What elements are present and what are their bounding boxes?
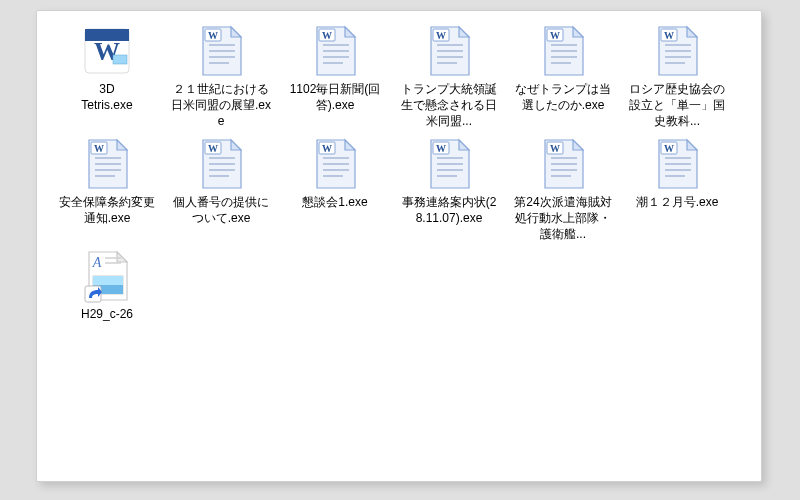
file-item[interactable]: W ２１世紀における日米同盟の展望.exe bbox=[169, 23, 273, 130]
svg-text:W: W bbox=[208, 143, 218, 154]
file-label: 個人番号の提供について.exe bbox=[171, 194, 271, 226]
svg-text:W: W bbox=[322, 30, 332, 41]
file-item[interactable]: W ロシア歴史協会の設立と「単一」国史教科... bbox=[625, 23, 729, 130]
file-label: 第24次派遣海賊対処行動水上部隊・護衛艦... bbox=[513, 194, 613, 243]
word-page-icon: W bbox=[307, 136, 363, 192]
svg-text:W: W bbox=[550, 143, 560, 154]
file-label: 安全保障条約変更通知.exe bbox=[57, 194, 157, 226]
svg-rect-74 bbox=[93, 276, 123, 285]
file-label: なぜトランプは当選したのか.exe bbox=[513, 81, 613, 113]
file-item[interactable]: W 潮１２月号.exe bbox=[625, 136, 729, 243]
file-label: 1102毎日新聞(回答).exe bbox=[285, 81, 385, 113]
svg-rect-3 bbox=[113, 55, 127, 64]
word-page-icon: W bbox=[421, 23, 477, 79]
word-page-icon: W bbox=[649, 23, 705, 79]
svg-text:W: W bbox=[436, 30, 446, 41]
file-item[interactable]: W 第24次派遣海賊対処行動水上部隊・護衛艦... bbox=[511, 136, 615, 243]
file-label: H29_c-26 bbox=[81, 306, 133, 322]
file-label: ２１世紀における日米同盟の展望.exe bbox=[171, 81, 271, 130]
word-page-icon: W bbox=[421, 136, 477, 192]
file-label: 事務連絡案内状(28.11.07).exe bbox=[399, 194, 499, 226]
explorer-window: W 3DTetris.exe W ２１世紀における日米同盟の展望.exe W 1… bbox=[36, 10, 762, 482]
file-item[interactable]: W 安全保障条約変更通知.exe bbox=[55, 136, 159, 243]
svg-text:W: W bbox=[322, 143, 332, 154]
svg-text:W: W bbox=[436, 143, 446, 154]
word-page-icon: W bbox=[193, 136, 249, 192]
file-item[interactable]: W 3DTetris.exe bbox=[55, 23, 159, 130]
svg-text:W: W bbox=[664, 30, 674, 41]
file-label: 3DTetris.exe bbox=[81, 81, 132, 113]
word-page-icon: W bbox=[79, 136, 135, 192]
svg-text:W: W bbox=[664, 143, 674, 154]
svg-text:A: A bbox=[92, 255, 102, 270]
word-page-icon: W bbox=[193, 23, 249, 79]
file-item[interactable]: W 1102毎日新聞(回答).exe bbox=[283, 23, 387, 130]
file-item[interactable]: W 懇談会1.exe bbox=[283, 136, 387, 243]
svg-text:W: W bbox=[550, 30, 560, 41]
file-grid: W 3DTetris.exe W ２１世紀における日米同盟の展望.exe W 1… bbox=[37, 11, 761, 334]
file-label: ロシア歴史協会の設立と「単一」国史教科... bbox=[627, 81, 727, 130]
word-page-icon: W bbox=[307, 23, 363, 79]
file-item[interactable]: A H29_c-26 bbox=[55, 248, 159, 322]
file-label: 潮１２月号.exe bbox=[636, 194, 719, 210]
file-item[interactable]: W なぜトランプは当選したのか.exe bbox=[511, 23, 615, 130]
file-item[interactable]: W 事務連絡案内状(28.11.07).exe bbox=[397, 136, 501, 243]
shortcut-doc-icon: A bbox=[79, 248, 135, 304]
word-icon: W bbox=[79, 23, 135, 79]
word-page-icon: W bbox=[649, 136, 705, 192]
file-item[interactable]: W 個人番号の提供について.exe bbox=[169, 136, 273, 243]
file-item[interactable]: W トランプ大統領誕生で懸念される日米同盟... bbox=[397, 23, 501, 130]
svg-text:W: W bbox=[208, 30, 218, 41]
word-page-icon: W bbox=[535, 23, 591, 79]
svg-text:W: W bbox=[94, 143, 104, 154]
word-page-icon: W bbox=[535, 136, 591, 192]
file-label: トランプ大統領誕生で懸念される日米同盟... bbox=[399, 81, 499, 130]
file-label: 懇談会1.exe bbox=[302, 194, 367, 210]
